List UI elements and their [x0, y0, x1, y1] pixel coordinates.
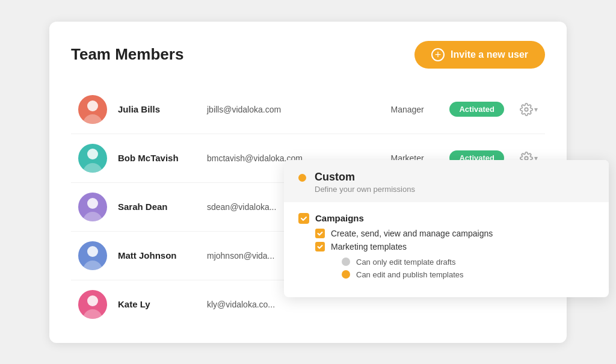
checkbox-sub-2[interactable] [315, 242, 325, 251]
checkbox-campaigns[interactable] [298, 213, 309, 224]
dropdown-header: Custom Define your own permissions [284, 160, 609, 202]
check-icon [300, 215, 307, 222]
member-name: Kate Ly [118, 299, 196, 309]
svg-point-4 [83, 212, 102, 221]
sub-item-label: Marketing templates [331, 242, 407, 251]
member-name: Matt Johnson [118, 250, 196, 261]
permission-label: Campaigns [315, 213, 364, 223]
member-role: Manager [390, 105, 439, 114]
permission-group: Campaigns Create, send, view and manage … [298, 213, 594, 279]
gear-icon [520, 103, 533, 116]
caret-icon: ▾ [534, 105, 538, 114]
member-name: Bob McTavish [118, 153, 196, 163]
dropdown-header-text: Custom Define your own permissions [315, 171, 415, 194]
svg-point-9 [87, 295, 98, 306]
check-icon [317, 230, 323, 236]
invite-button[interactable]: + Invite a new user [414, 41, 545, 69]
svg-point-7 [87, 246, 98, 257]
sub-item: Marketing templates [315, 242, 594, 251]
main-card: Team Members + Invite a new user Julia B… [49, 22, 567, 343]
member-email: kly@vidaloka.co... [207, 300, 538, 309]
sub-sub-label: Can only edit template drafts [356, 258, 455, 267]
avatar [78, 95, 107, 124]
permission-main: Campaigns [298, 213, 594, 224]
member-name: Sarah Dean [118, 202, 196, 212]
sub-sub-item: Can edit and publish templates [342, 270, 594, 279]
svg-point-6 [83, 261, 102, 270]
permissions-dropdown: Custom Define your own permissions Campa… [284, 160, 609, 297]
svg-point-2 [83, 163, 102, 173]
status-badge: Activated [449, 102, 504, 117]
sub-item: Create, send, view and manage campaigns [315, 229, 594, 238]
svg-point-1 [87, 100, 98, 111]
svg-point-3 [87, 149, 98, 159]
settings-button[interactable]: ▾ [520, 103, 538, 116]
sub-sub-label: Can edit and publish templates [356, 270, 464, 279]
avatar [78, 290, 107, 319]
avatar [78, 144, 107, 173]
svg-point-0 [83, 114, 102, 124]
radio-orange-icon[interactable] [342, 270, 350, 279]
custom-subtitle: Define your own permissions [315, 185, 415, 194]
checkbox-sub-1[interactable] [315, 229, 325, 238]
plus-circle-icon: + [431, 48, 445, 61]
header-row: Team Members + Invite a new user [71, 41, 545, 69]
avatar [78, 193, 107, 221]
custom-dot-icon [298, 174, 306, 182]
avatar [78, 241, 107, 270]
custom-title: Custom [315, 171, 415, 184]
sub-item-label: Create, send, view and manage campaigns [331, 229, 493, 238]
invite-button-label: Invite a new user [451, 49, 528, 60]
sub-sub-permissions: Can only edit template drafts Can edit a… [342, 258, 594, 279]
svg-point-8 [83, 309, 102, 319]
table-row: Julia Bills jbills@vidaloka.com Manager … [71, 85, 545, 134]
dropdown-body: Campaigns Create, send, view and manage … [284, 202, 609, 297]
svg-point-5 [87, 198, 98, 209]
radio-grey-icon[interactable] [342, 258, 350, 266]
check-icon [317, 244, 323, 250]
page-title: Team Members [71, 45, 183, 64]
member-email: jbills@vidaloka.com [207, 105, 380, 114]
sub-sub-item: Can only edit template drafts [342, 258, 594, 267]
sub-permissions: Create, send, view and manage campaigns … [315, 229, 594, 279]
member-name: Julia Bills [118, 104, 196, 114]
